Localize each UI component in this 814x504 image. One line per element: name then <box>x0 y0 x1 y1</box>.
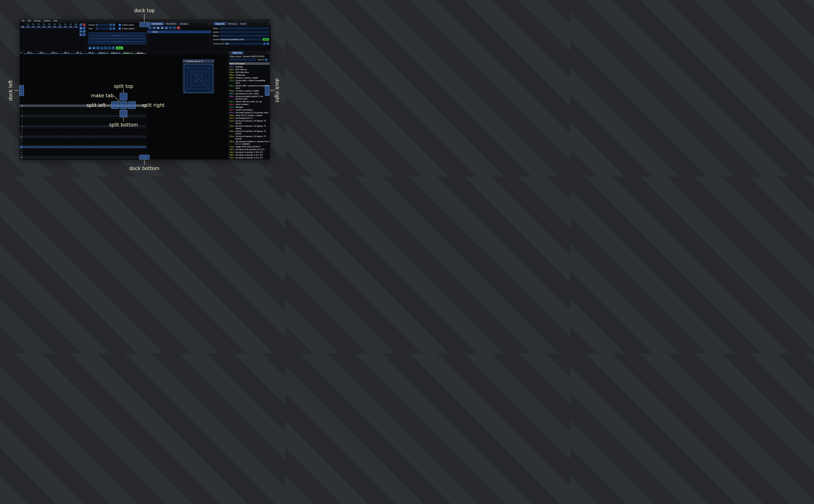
pattern-cell[interactable] <box>48 110 60 112</box>
pattern-cell[interactable] <box>48 143 60 146</box>
pattern-cell[interactable] <box>85 130 97 133</box>
pattern-cell[interactable] <box>73 117 85 120</box>
pattern-cell[interactable] <box>24 133 36 135</box>
pattern-cell[interactable] <box>109 159 122 160</box>
pattern-cell[interactable] <box>73 148 85 151</box>
channel-header-fm-2[interactable]: FM 2 <box>36 51 48 54</box>
pattern-cell[interactable] <box>97 112 110 115</box>
pattern-cell[interactable] <box>85 159 97 160</box>
order-cell-s1[interactable]: 00 <box>57 26 63 28</box>
move-instrument-up-button[interactable]: ↑ <box>169 26 172 29</box>
pattern-cell[interactable] <box>48 128 60 130</box>
follow-pattern-checkbox[interactable]: ✓ <box>119 27 121 30</box>
pattern-cell[interactable] <box>109 133 122 135</box>
delete-instrument-button[interactable]: × <box>177 26 180 29</box>
pattern-cell[interactable] <box>122 141 134 143</box>
pattern-cell[interactable] <box>122 156 134 159</box>
hamburger-icon[interactable]: ≡ <box>265 58 268 61</box>
pattern-expand-corner[interactable]: ++ <box>20 51 24 54</box>
pattern-cell[interactable] <box>24 141 36 143</box>
pattern-cell[interactable] <box>85 148 97 151</box>
make-tab-target[interactable] <box>120 101 127 109</box>
pattern-cell[interactable] <box>97 115 110 117</box>
pattern-cell[interactable] <box>36 153 48 156</box>
pattern-cell[interactable] <box>24 128 36 130</box>
pattern-cell[interactable] <box>60 112 73 115</box>
pattern-cell[interactable] <box>24 112 36 115</box>
channel-header-square-3[interactable]: Square 3 <box>122 51 134 54</box>
pattern-cell[interactable] <box>122 128 134 130</box>
order-edit-mode-button[interactable]: ▸ <box>83 33 85 36</box>
tab-wavetables[interactable]: Wavetables <box>164 22 178 25</box>
pattern-cell[interactable] <box>134 143 146 146</box>
pattern-cell[interactable] <box>48 112 60 115</box>
move-instrument-down-button[interactable]: ↓ <box>173 26 176 29</box>
pattern-cell[interactable] <box>122 148 134 151</box>
close-icon[interactable]: × <box>208 22 211 25</box>
pattern-cell[interactable] <box>73 133 85 135</box>
pattern-cell[interactable] <box>60 135 73 138</box>
pattern-cell[interactable] <box>73 104 85 107</box>
pattern-cell[interactable] <box>60 148 73 151</box>
pattern-cell[interactable] <box>134 138 146 141</box>
pattern-cell[interactable] <box>73 146 85 148</box>
pattern-cell[interactable] <box>97 123 110 125</box>
save-instrument-button[interactable] <box>160 26 164 29</box>
pattern-cell[interactable] <box>122 130 134 133</box>
pattern-cell[interactable] <box>24 148 36 151</box>
channel-header-fm-5[interactable]: FM 5 <box>73 51 85 54</box>
menu-settings[interactable]: settings <box>32 19 42 22</box>
pattern-cell[interactable] <box>73 115 85 117</box>
menu-help[interactable]: help <box>52 19 59 22</box>
pattern-cell[interactable] <box>36 159 48 160</box>
step-increase-button[interactable]: + <box>113 27 115 30</box>
dock-top-target[interactable] <box>139 22 150 27</box>
step-one-row-button[interactable]: ↓ <box>100 46 103 50</box>
pattern-cell[interactable] <box>109 117 122 120</box>
pattern-cell[interactable] <box>97 151 110 153</box>
octave-input[interactable] <box>95 24 109 26</box>
pattern-cell[interactable] <box>60 153 73 156</box>
pattern-cell[interactable] <box>36 143 48 146</box>
pattern-cell[interactable] <box>24 153 36 156</box>
pattern-cell[interactable] <box>109 148 122 151</box>
pattern-cell[interactable] <box>85 151 97 153</box>
song-author-input[interactable] <box>219 31 269 33</box>
channel-header-fm-1[interactable]: FM 1 <box>24 51 36 54</box>
oscilloscope-xy-titlebar[interactable]: ▼ Oscilloscope (X-Y) × <box>183 60 214 63</box>
tab-samples[interactable]: Samples <box>178 22 190 25</box>
tuning-input[interactable] <box>224 42 262 45</box>
pattern-cell[interactable] <box>24 117 36 120</box>
pattern-cell[interactable] <box>134 115 146 117</box>
pattern-cell[interactable] <box>48 123 60 125</box>
remove-order-button[interactable]: − <box>83 23 85 26</box>
add-order-button[interactable]: + <box>79 23 82 26</box>
open-instrument-button[interactable] <box>156 26 160 29</box>
dock-left-target[interactable] <box>19 85 24 96</box>
pattern-cell[interactable] <box>85 146 97 148</box>
move-order-down-button[interactable]: ∨ <box>79 30 82 33</box>
pattern-cell[interactable] <box>24 138 36 141</box>
pattern-cell[interactable] <box>134 117 146 120</box>
repeat-pattern-button[interactable]: ↻ <box>112 46 115 50</box>
order-cell-f5[interactable]: 00 <box>47 26 52 28</box>
pattern-cell[interactable] <box>48 156 60 159</box>
pattern-cell[interactable] <box>85 133 97 135</box>
pattern-cell[interactable] <box>97 110 110 112</box>
tuning-increase-button[interactable]: + <box>266 42 269 45</box>
pattern-cell[interactable] <box>36 112 48 115</box>
pattern-cell[interactable] <box>60 130 73 133</box>
close-icon[interactable]: × <box>267 51 270 54</box>
pattern-cell[interactable] <box>60 120 73 123</box>
pattern-cell[interactable] <box>60 141 73 143</box>
split-right-target[interactable] <box>128 101 136 109</box>
pattern-cell[interactable] <box>85 125 97 128</box>
pattern-cell[interactable] <box>109 138 122 141</box>
pattern-cell[interactable] <box>134 133 146 135</box>
pattern-cell[interactable] <box>109 130 122 133</box>
pattern-cell[interactable] <box>97 125 110 128</box>
octave-decrease-button[interactable]: - <box>109 24 112 26</box>
split-left-target[interactable] <box>111 101 119 109</box>
pattern-cell[interactable] <box>73 110 85 112</box>
duplicate-instrument-button[interactable] <box>152 26 156 29</box>
